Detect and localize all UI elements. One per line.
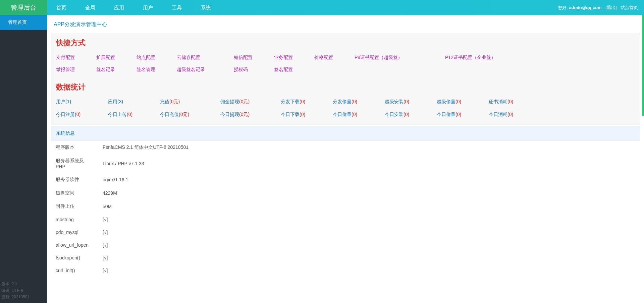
sysinfo-value: 50M [98, 200, 640, 213]
sysinfo-key: 服务器软件 [51, 173, 98, 186]
stat-link[interactable]: 分发偷量(0) [333, 99, 357, 104]
sysinfo-key: fsockopen() [51, 251, 98, 264]
nav-item-1[interactable]: 全局 [76, 0, 105, 15]
stat-link[interactable]: 分发下载(0) [281, 99, 305, 104]
sysinfo-key: 磁盘空间 [51, 186, 98, 200]
shortcut-link[interactable]: 授权码 [234, 67, 248, 72]
sysinfo-value: [√] [98, 213, 640, 226]
sysinfo-row: fsockopen()[√] [51, 251, 640, 264]
nav-item-2[interactable]: 应用 [105, 0, 133, 15]
stat-link[interactable]: 证书消耗(0) [489, 99, 513, 104]
shortcut-link[interactable]: 签名配置 [274, 67, 293, 72]
sysinfo-row: 附件上传50M [51, 200, 640, 213]
sysinfo-row: curl_init()[√] [51, 264, 640, 277]
sysinfo-row: 服务器系统及 PHPLinux / PHP v7.1.33 [51, 154, 640, 173]
stat-link[interactable]: 应用(3) [108, 99, 123, 104]
sysinfo-value: 4229M [98, 186, 640, 200]
sysinfo-key: 程序版本 [51, 141, 98, 154]
stat-link[interactable]: 今日下载(0) [281, 112, 305, 117]
sysinfo-key: pdo_mysql [51, 226, 98, 239]
sysinfo-value: nginx/1.16.1 [98, 173, 640, 186]
shortcuts-title: 快捷方式 [51, 33, 640, 51]
brand: 管理后台 [0, 0, 47, 15]
nav-item-3[interactable]: 用户 [133, 0, 162, 15]
stat-link[interactable]: 今日偷量(0) [437, 112, 461, 117]
sidebar-footer: 版本: 2.1 编码: UTF-8 更新: 20210501 [0, 279, 47, 303]
shortcut-link[interactable]: 签名记录 [96, 67, 115, 72]
sysinfo-key: 附件上传 [51, 200, 98, 213]
stat-link[interactable]: 超级偷量(0) [437, 99, 461, 104]
sysinfo-key: curl_init() [51, 264, 98, 277]
sysinfo-key: allow_url_fopen [51, 239, 98, 251]
sysinfo-value: [√] [98, 264, 640, 277]
nav-item-5[interactable]: 系统 [191, 0, 220, 15]
sysinfo-value: FenfaCMS 2.1 简体中文UTF-8 20210501 [98, 141, 640, 154]
stat-link[interactable]: 佣金提现(0元) [220, 99, 250, 104]
sysinfo-value: Linux / PHP v7.1.33 [98, 154, 640, 173]
shortcut-link[interactable]: P12证书配置（企业签） [445, 55, 496, 60]
scrollbar-indicator [642, 15, 644, 116]
sidebar: 管理首页 版本: 2.1 编码: UTF-8 更新: 20210501 [0, 15, 47, 303]
shortcuts-panel: 快捷方式 支付配置扩展配置站点配置云储存配置短信配置业务配置价格配置P8证书配置… [51, 33, 640, 125]
stat-link[interactable]: 今日上传(0) [108, 112, 132, 117]
shortcut-link[interactable]: 站点配置 [137, 55, 155, 60]
breadcrumb: APP分发演示管理中心 [51, 15, 640, 33]
nav-items: 首页全局应用用户工具系统 [47, 0, 220, 15]
nav-right: 您好, admin@qq.com [退出] 站点首页 [558, 5, 644, 11]
shortcut-link[interactable]: 扩展配置 [96, 55, 115, 60]
shortcut-link[interactable]: 支付配置 [56, 55, 75, 60]
sidebar-item-home[interactable]: 管理首页 [0, 15, 47, 30]
shortcut-link[interactable]: P8证书配置（超级签） [355, 55, 402, 60]
sysinfo-row: mbstring[√] [51, 213, 640, 226]
stat-link[interactable]: 用户(1) [56, 99, 71, 104]
stat-link[interactable]: 今日提现(0元) [220, 112, 250, 117]
stat-link[interactable]: 今日注册(0) [56, 112, 80, 117]
shortcut-link[interactable]: 超级签名记录 [177, 67, 205, 72]
shortcut-link[interactable]: 业务配置 [274, 55, 293, 60]
sysinfo-value: [√] [98, 239, 640, 251]
sysinfo-key: mbstring [51, 213, 98, 226]
stats-title: 数据统计 [51, 77, 640, 96]
user-link[interactable]: admin@qq.com [569, 5, 601, 10]
stat-link[interactable]: 今日充值(0元) [160, 112, 189, 117]
greeting-prefix: 您好, [558, 5, 569, 10]
sysinfo-key: 服务器系统及 PHP [51, 154, 98, 173]
stat-link[interactable]: 今日安装(0) [385, 112, 409, 117]
site-home-link[interactable]: 站点首页 [621, 5, 638, 10]
stat-link[interactable]: 今日偷量(0) [333, 112, 357, 117]
sysinfo-row: 服务器软件nginx/1.16.1 [51, 173, 640, 186]
breadcrumb-link[interactable]: APP分发演示管理中心 [54, 21, 107, 27]
top-nav: 管理后台 首页全局应用用户工具系统 您好, admin@qq.com [退出] … [0, 0, 644, 15]
sysinfo-row: 磁盘空间4229M [51, 186, 640, 200]
sysinfo-value: [√] [98, 251, 640, 264]
shortcut-link[interactable]: 价格配置 [314, 55, 333, 60]
logout-link[interactable]: [退出] [605, 5, 616, 10]
sysinfo-row: 程序版本FenfaCMS 2.1 简体中文UTF-8 20210501 [51, 141, 640, 154]
sysinfo-value: [√] [98, 226, 640, 239]
stat-link[interactable]: 今日消耗(0) [489, 112, 513, 117]
sysinfo-table: 程序版本FenfaCMS 2.1 简体中文UTF-8 20210501服务器系统… [51, 141, 640, 277]
shortcut-link[interactable]: 云储存配置 [177, 55, 200, 60]
main-content: APP分发演示管理中心 快捷方式 支付配置扩展配置站点配置云储存配置短信配置业务… [47, 15, 644, 303]
sysinfo-row: pdo_mysql[√] [51, 226, 640, 239]
stat-link[interactable]: 超级安装(0) [385, 99, 409, 104]
shortcut-link[interactable]: 举报管理 [56, 67, 75, 72]
shortcut-link[interactable]: 短信配置 [234, 55, 253, 60]
nav-item-4[interactable]: 工具 [162, 0, 191, 15]
sysinfo-row: allow_url_fopen[√] [51, 239, 640, 251]
shortcut-link[interactable]: 签名管理 [137, 67, 155, 72]
sysinfo-title: 系统信息 [51, 126, 640, 141]
stat-link[interactable]: 充值(0元) [160, 99, 180, 104]
nav-item-0[interactable]: 首页 [47, 0, 76, 15]
